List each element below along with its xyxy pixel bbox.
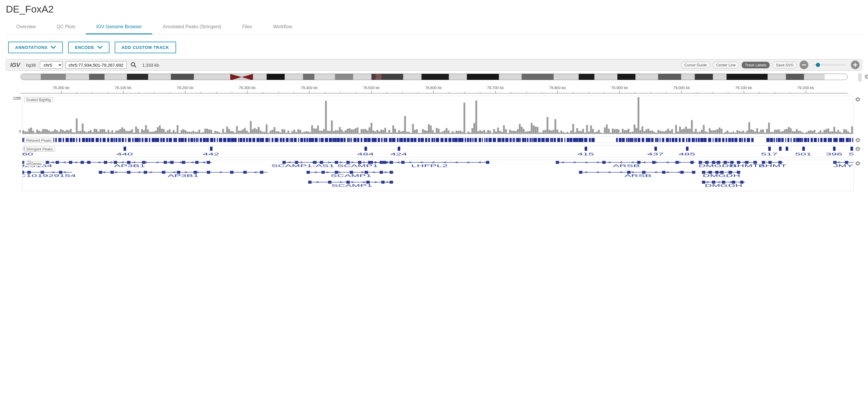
svg-rect-661 (734, 138, 737, 142)
svg-rect-206 (416, 129, 418, 134)
svg-rect-352 (705, 131, 707, 134)
svg-rect-402 (804, 133, 805, 134)
svg-rect-415 (829, 131, 831, 134)
refgenes-track[interactable]: refGenes 101929154AP3B1SCAMP1-AS1SCAMP1L… (22, 160, 854, 191)
svg-rect-670 (776, 138, 777, 142)
svg-rect-347 (695, 129, 696, 134)
encode-button[interactable]: ENCODE (68, 41, 110, 53)
svg-text:SCAMP1-AS1: SCAMP1-AS1 (271, 164, 335, 167)
svg-rect-741 (207, 161, 210, 164)
svg-rect-274 (551, 131, 552, 134)
svg-rect-489 (200, 138, 202, 142)
bigwig-track[interactable]: Scaled BigWig (22, 96, 854, 134)
svg-rect-128 (262, 132, 264, 134)
svg-rect-648 (693, 138, 695, 142)
svg-rect-504 (246, 138, 248, 142)
svg-rect-308 (618, 129, 619, 134)
svg-rect-54 (115, 131, 117, 134)
svg-rect-312 (626, 130, 627, 134)
zoom-out-button[interactable] (800, 61, 808, 69)
svg-rect-161 (327, 131, 329, 134)
tab-files[interactable]: Files (232, 20, 262, 34)
gear-icon[interactable] (855, 161, 861, 166)
svg-rect-349 (699, 132, 701, 134)
svg-rect-236 (475, 100, 477, 134)
svg-rect-157 (319, 131, 321, 134)
svg-rect-462 (125, 138, 126, 142)
chromosome-select[interactable]: chr5 (40, 61, 63, 69)
add-custom-track-button[interactable]: ADD CUSTOM TRACK (115, 41, 176, 53)
ideogram[interactable] (20, 73, 848, 80)
svg-rect-563 (425, 138, 428, 142)
svg-rect-601 (536, 138, 537, 142)
gear-icon[interactable] (855, 146, 861, 152)
svg-rect-479 (174, 138, 175, 142)
svg-rect-814 (321, 171, 324, 174)
tab-workflow[interactable]: Workflow (262, 20, 303, 34)
svg-rect-335 (671, 129, 673, 134)
svg-rect-190 (384, 128, 386, 134)
svg-rect-806 (193, 171, 197, 174)
svg-rect-825 (662, 171, 665, 174)
svg-rect-48 (104, 129, 105, 134)
zoom-slider[interactable] (813, 64, 845, 65)
tab-overview[interactable]: Overview (6, 20, 46, 34)
svg-rect-564 (428, 138, 430, 142)
svg-rect-334 (669, 131, 671, 134)
save-svg-button[interactable]: Save SVG (773, 62, 797, 68)
svg-rect-490 (203, 138, 206, 142)
svg-rect-581 (482, 138, 483, 142)
svg-rect-186 (376, 130, 378, 134)
annotations-button[interactable]: ANNOTATIONS (8, 41, 63, 53)
svg-rect-379 (758, 132, 760, 134)
locus-input[interactable] (65, 61, 127, 69)
svg-rect-36 (80, 131, 82, 134)
svg-rect-514 (277, 138, 278, 142)
svg-rect-568 (440, 138, 443, 142)
svg-rect-346 (693, 132, 695, 134)
svg-text:LHFPL2: LHFPL2 (411, 164, 448, 167)
zoom-in-button[interactable] (851, 61, 860, 69)
gear-icon[interactable] (865, 74, 868, 80)
svg-rect-561 (418, 138, 420, 142)
relaxed-peaks-track[interactable]: Relaxed Peaks (22, 136, 854, 143)
svg-rect-782 (754, 161, 757, 164)
svg-rect-633 (648, 138, 651, 142)
svg-rect-107 (220, 133, 222, 134)
svg-rect-380 (760, 129, 762, 134)
stringent-peaks-track[interactable]: Stringent Peaks 460440442484424415437485… (22, 145, 854, 157)
ideogram-viewport-marker[interactable] (375, 73, 382, 80)
svg-rect-149 (303, 132, 305, 134)
svg-rect-653 (708, 138, 711, 142)
svg-rect-671 (778, 138, 781, 142)
tab-annotated-peaks-stringent-[interactable]: Annotated Peaks (Stringent) (152, 20, 232, 34)
track-labels-button[interactable]: Track Labels (742, 62, 770, 68)
svg-rect-7 (23, 130, 24, 134)
svg-rect-527 (315, 138, 317, 142)
svg-rect-450 (89, 138, 91, 142)
tab-qc-plots[interactable]: QC Plots (46, 20, 86, 34)
svg-rect-301 (604, 127, 606, 134)
svg-rect-89 (185, 130, 186, 134)
search-icon[interactable] (129, 62, 138, 68)
svg-text:424: 424 (390, 152, 407, 156)
svg-rect-108 (222, 129, 224, 134)
svg-rect-510 (266, 138, 269, 142)
svg-rect-709 (654, 147, 657, 151)
zoom-slider-handle[interactable] (816, 63, 820, 67)
svg-rect-643 (679, 138, 681, 142)
gear-icon[interactable] (855, 97, 861, 102)
tab-igv-genome-browser[interactable]: IGV Genome Browser (86, 20, 153, 34)
svg-rect-689 (830, 138, 832, 142)
svg-rect-475 (160, 138, 162, 142)
gear-icon[interactable] (855, 137, 861, 143)
svg-rect-717 (833, 147, 836, 151)
svg-rect-70 (147, 129, 149, 134)
cursor-guide-button[interactable]: Cursor Guide (681, 62, 710, 68)
svg-rect-235 (473, 123, 475, 134)
svg-rect-77 (161, 129, 163, 134)
svg-rect-17 (42, 129, 44, 134)
svg-rect-444 (70, 138, 72, 142)
track-handle[interactable] (858, 73, 862, 82)
center-line-button[interactable]: Center Line (713, 62, 739, 68)
